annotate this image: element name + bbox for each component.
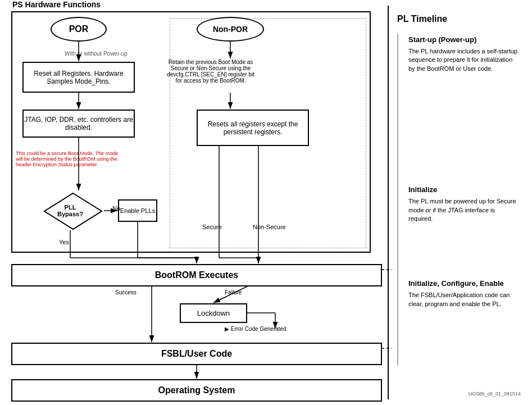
right-panel: PL Timeline Start-up (Power-up) The PL h… [388, 6, 526, 399]
os-box: Operating System [11, 379, 382, 402]
watermark: UG585_c6_01_081514 [469, 391, 521, 397]
box-enable-plls: Enable PLLs [118, 199, 157, 222]
nonpor-ellipse: Non-POR [197, 17, 264, 42]
pl-init-config-title: Initialize, Configure, Enable [408, 279, 518, 288]
label-failure: Failure [225, 289, 242, 295]
pl-timeline-title: PL Timeline [397, 14, 518, 24]
nonpor-note: Retain the previous Boot Mode as Secure … [166, 59, 256, 84]
label-no: No [112, 205, 120, 212]
box-reset-registers: Reset all Registers. Hardware Samples Mo… [22, 62, 135, 93]
pl-init-config-text: The FSBL/User/Application code can clear… [408, 291, 518, 308]
por-ellipse: POR [51, 17, 107, 42]
timeline-line [397, 34, 398, 366]
bootrom-box: BootROM Executes [11, 264, 382, 286]
label-success: Success [115, 289, 137, 295]
pll-bypass-diamond: PLL Bypass? [42, 191, 98, 230]
box-resets-persistent: Resets all registers except the persiste… [197, 110, 309, 146]
pl-startup-title: Start-up (Power-up) [408, 35, 518, 44]
pl-initialize-text: The PL must be powered up for Secure mod… [408, 197, 518, 223]
pl-init-config-section: Initialize, Configure, Enable The FSBL/U… [408, 279, 518, 308]
pl-initialize-section: Initialize The PL must be powered up for… [408, 185, 518, 223]
label-secure: Secure [202, 224, 222, 230]
label-yes: Yes [59, 239, 69, 245]
error-code-label: ▶ Error Code Generated [225, 326, 287, 332]
secure-mode-annotation: This could be a secure Boot Mode. The mo… [16, 151, 120, 167]
pl-startup-text: The PL hardware includes a self-startup … [408, 47, 518, 73]
pl-startup-section: Start-up (Power-up) The PL hardware incl… [408, 35, 518, 73]
label-nonsecure: Non-Secure [253, 224, 286, 230]
box-jtag: JTAG, IOP, DDR, etc. controllers are dis… [22, 110, 135, 138]
por-subtitle: With or without Power-up [65, 51, 128, 57]
fsbl-box: FSBL/User Code [11, 343, 382, 365]
pl-initialize-title: Initialize [408, 185, 518, 194]
ps-hardware-title: PS Hardware Functions [10, 0, 103, 9]
lockdown-box: Lockdown [180, 303, 247, 323]
